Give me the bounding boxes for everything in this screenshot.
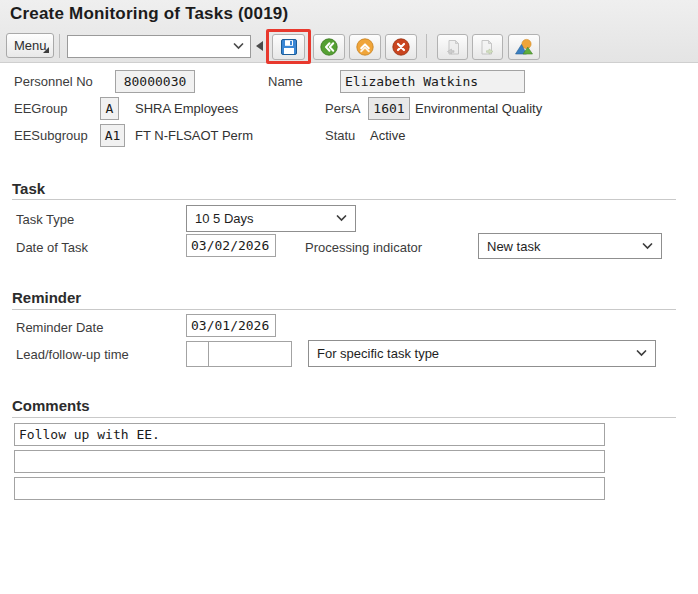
pers-area-label: PersA	[325, 101, 360, 116]
save-button[interactable]	[272, 34, 305, 60]
lead-time-unit-value: For specific task type	[317, 346, 439, 361]
pers-area-input[interactable]	[368, 97, 410, 120]
create-monitoring-window: Create Monitoring of Tasks (0019) Menu	[0, 0, 698, 594]
reminder-section-heading: Reminder	[12, 289, 81, 306]
reminder-section-divider	[12, 309, 676, 310]
task-type-dropdown[interactable]: 10 5 Days	[186, 205, 356, 232]
processing-indicator-label: Processing indicator	[305, 240, 422, 255]
cancel-icon	[391, 37, 411, 57]
name-input[interactable]	[340, 70, 525, 93]
task-section-divider	[12, 199, 676, 200]
comments-section-divider	[12, 417, 676, 418]
lead-time-number2-input[interactable]	[208, 341, 292, 367]
landscape-icon	[514, 37, 534, 57]
ee-group-input[interactable]	[100, 97, 119, 120]
processing-indicator-value: New task	[487, 239, 540, 254]
comment-line-2-input[interactable]	[14, 450, 605, 473]
menu-button-label: Menu	[14, 38, 47, 53]
toolbar-separator	[59, 34, 60, 58]
back-button[interactable]	[313, 34, 345, 60]
comment-line-1-input[interactable]	[14, 423, 605, 446]
ee-group-label: EEGroup	[14, 101, 67, 116]
toolbar-separator	[426, 34, 427, 58]
back-icon	[319, 37, 339, 57]
save-floppy-disk-icon	[279, 37, 299, 57]
collapse-toolbar-arrow-icon[interactable]	[256, 41, 263, 51]
ee-subgroup-input[interactable]	[100, 124, 125, 147]
menu-button[interactable]: Menu	[6, 33, 54, 58]
personnel-no-label: Personnel No	[14, 74, 93, 89]
overview-button[interactable]	[508, 34, 540, 60]
ee-subgroup-text: FT N-FLSAOT Perm	[135, 128, 253, 143]
chevron-down-icon	[233, 43, 244, 50]
reminder-date-label: Reminder Date	[16, 320, 103, 335]
date-of-task-label: Date of Task	[16, 240, 88, 255]
menu-corner-triangle-icon	[43, 47, 49, 53]
processing-indicator-dropdown[interactable]: New task	[478, 233, 662, 259]
name-label: Name	[268, 74, 303, 89]
pers-area-text: Environmental Quality	[415, 101, 542, 116]
chevron-down-icon	[636, 350, 647, 357]
previous-record-icon	[443, 38, 462, 57]
task-section-heading: Task	[12, 180, 45, 197]
lead-time-number-input[interactable]	[186, 341, 209, 367]
next-record-icon	[478, 38, 497, 57]
task-type-value: 10 5 Days	[195, 211, 254, 226]
personnel-no-input[interactable]	[115, 70, 195, 93]
comments-section-heading: Comments	[12, 397, 90, 414]
date-of-task-input[interactable]	[186, 234, 276, 257]
ee-group-text: SHRA Employees	[135, 101, 238, 116]
comment-line-3-input[interactable]	[14, 477, 605, 500]
next-record-button[interactable]	[472, 34, 503, 60]
status-label: Statu	[325, 128, 355, 143]
lead-time-unit-dropdown[interactable]: For specific task type	[308, 340, 656, 367]
ee-subgroup-label: EESubgroup	[14, 128, 88, 143]
command-field-combobox[interactable]	[67, 35, 251, 58]
lead-time-label: Lead/follow-up time	[16, 347, 129, 362]
cancel-button[interactable]	[385, 34, 417, 60]
exit-button[interactable]	[349, 34, 381, 60]
chevron-down-icon	[336, 215, 347, 222]
status-value: Active	[370, 128, 405, 143]
reminder-date-input[interactable]	[186, 314, 276, 337]
page-title: Create Monitoring of Tasks (0019)	[10, 4, 288, 24]
header-area: Create Monitoring of Tasks (0019) Menu	[0, 0, 698, 63]
task-type-label: Task Type	[16, 212, 74, 227]
chevron-down-icon	[642, 243, 653, 250]
exit-icon	[355, 37, 375, 57]
previous-record-button[interactable]	[437, 34, 468, 60]
